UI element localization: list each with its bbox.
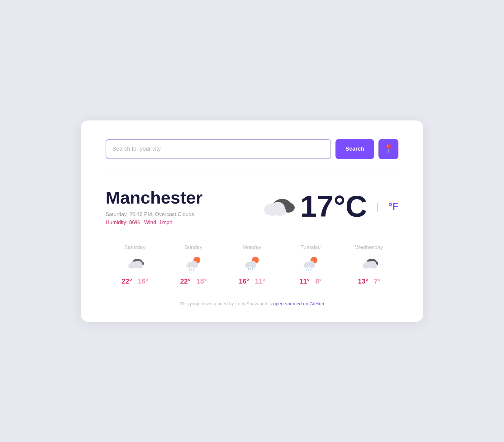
svg-point-32: [303, 263, 309, 268]
svg-line-20: [193, 268, 194, 270]
divider: [106, 175, 398, 175]
temperature-section: 17°C | °F: [260, 191, 398, 221]
footer-text: This project was coded by Lucy Shaw and …: [180, 301, 273, 306]
forecast-tuesday-temps: 11° 8°: [299, 277, 322, 285]
forecast-day-label: Saturday: [124, 244, 145, 251]
search-row: Search 📍: [106, 139, 398, 159]
svg-line-34: [307, 268, 307, 270]
github-link[interactable]: open-sourced on GitHub: [273, 301, 324, 306]
forecast-wednesday-temps: 13° 7°: [358, 277, 381, 285]
svg-point-6: [274, 207, 286, 216]
svg-line-27: [250, 268, 251, 270]
svg-line-36: [311, 268, 311, 270]
svg-line-26: [248, 268, 249, 270]
svg-point-17: [192, 263, 198, 268]
location-pin-icon: 📍: [383, 144, 393, 154]
forecast-monday-temps: 16° 11°: [239, 277, 265, 285]
svg-point-11: [128, 263, 135, 269]
forecast-day-label: Sunday: [184, 244, 202, 251]
forecast-wednesday: Wednesday 13° 7°: [340, 244, 398, 285]
search-input[interactable]: [106, 139, 331, 159]
forecast-tuesday-icon: [301, 256, 320, 272]
forecast-tuesday: Tuesday 11° 8°: [281, 244, 340, 285]
svg-point-25: [250, 263, 257, 268]
wind-value: 1mph: [159, 219, 173, 225]
forecast-day-label: Wednesday: [355, 244, 383, 251]
forecast-wednesday-low: 7°: [374, 277, 380, 285]
forecast-saturday: Saturday 22° 16°: [106, 244, 164, 285]
forecast-tuesday-low: 8°: [315, 277, 322, 285]
svg-point-33: [309, 263, 315, 268]
city-name: Manchester: [106, 187, 202, 208]
fahrenheit-toggle[interactable]: °F: [388, 201, 398, 212]
svg-point-42: [370, 263, 377, 269]
forecast-wednesday-high: 13°: [358, 277, 368, 285]
wind-label: Wind:: [144, 219, 158, 225]
svg-point-12: [136, 263, 143, 269]
weather-details: Humidity: 86% Wind: 1mph: [106, 219, 202, 226]
weather-description: Saturday, 20:46 PM, Overcast Clouds: [106, 211, 202, 218]
weather-card: Search 📍 Manchester Saturday, 20:46 PM, …: [81, 120, 423, 322]
svg-point-5: [264, 206, 275, 215]
humidity-value: 86%: [129, 219, 140, 225]
forecast-sunday-temps: 22° 15°: [180, 277, 207, 285]
forecast-saturday-temps: 22° 16°: [122, 277, 148, 285]
forecast-saturday-low: 16°: [138, 277, 148, 285]
svg-line-28: [252, 268, 253, 270]
svg-point-41: [363, 263, 369, 269]
footer: This project was coded by Lucy Shaw and …: [106, 301, 398, 306]
forecast-day-label: Monday: [243, 244, 261, 251]
city-info: Manchester Saturday, 20:46 PM, Overcast …: [106, 187, 202, 226]
forecast-sunday-icon: [184, 256, 203, 272]
forecast-monday-high: 16°: [239, 277, 249, 285]
forecast-sunday: Sunday 22° 15°: [164, 244, 223, 285]
svg-point-24: [245, 263, 250, 268]
forecast-sunday-high: 22°: [180, 277, 191, 285]
forecast-sunday-low: 15°: [196, 277, 207, 285]
svg-point-16: [186, 263, 192, 268]
forecast-monday-low: 11°: [255, 277, 265, 285]
forecast-monday: Monday 16° 11°: [223, 244, 281, 285]
current-weather-section: Manchester Saturday, 20:46 PM, Overcast …: [106, 187, 398, 226]
humidity-label: Humidity:: [106, 219, 128, 225]
forecast-tuesday-high: 11°: [299, 277, 310, 285]
location-button[interactable]: 📍: [378, 139, 398, 159]
forecast-wednesday-icon: [360, 256, 378, 272]
svg-line-35: [309, 268, 309, 270]
forecast-saturday-high: 22°: [122, 277, 132, 285]
forecast-saturday-icon: [126, 256, 144, 272]
unit-separator: |: [376, 201, 379, 212]
current-weather-icon: [260, 194, 294, 219]
current-temperature: 17°C: [300, 191, 367, 221]
forecast-day-label: Tuesday: [301, 244, 321, 251]
svg-line-18: [189, 268, 190, 270]
svg-line-19: [192, 268, 192, 270]
search-button[interactable]: Search: [335, 139, 374, 159]
forecast-row: Saturday 22° 16° Sunday: [106, 244, 398, 285]
forecast-monday-icon: [243, 256, 261, 272]
